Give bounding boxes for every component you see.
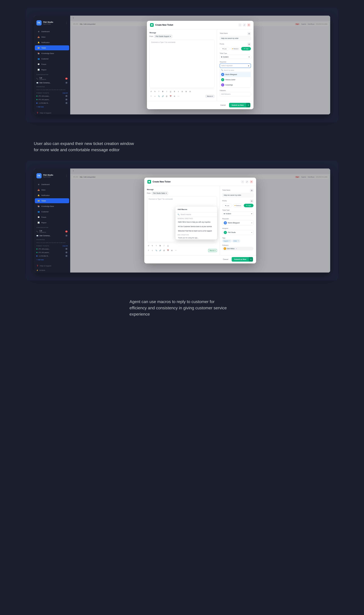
- sidebar-item-forum[interactable]: 💬 Forum: [35, 62, 69, 67]
- macros-item-0[interactable]: Hello! We're here to help you with any i…: [176, 220, 217, 224]
- submit-button[interactable]: Submit as New: [229, 103, 246, 107]
- tag-remove-order[interactable]: ✕: [238, 240, 239, 242]
- sidebar-item-ticket-2[interactable]: 🎫 Ticket: [35, 198, 69, 203]
- list-button[interactable]: ≡: [177, 90, 180, 93]
- redo-button[interactable]: ↻: [153, 90, 156, 93]
- sidebar-item-inbox[interactable]: 📥 Inbox: [35, 34, 69, 39]
- calendar-button-2[interactable]: 📅: [166, 249, 169, 252]
- ordered-list-button[interactable]: ⊟: [181, 90, 184, 93]
- undo-button-2[interactable]: ↺: [147, 244, 150, 247]
- follower-remove[interactable]: ✕: [236, 248, 237, 249]
- priority-high-button[interactable]: ★ High: [241, 47, 251, 51]
- sidebar-item-notification-2[interactable]: 🔔 Notification: [35, 193, 69, 198]
- text-icon-btn[interactable]: T: [150, 95, 153, 98]
- conversation-call-2[interactable]: 📞 Call 123345678... 1: [34, 229, 70, 234]
- expand-button[interactable]: ⤢: [243, 23, 246, 26]
- attach-button-2[interactable]: 📎: [155, 249, 158, 252]
- undo-button[interactable]: ↺: [150, 90, 153, 93]
- calendar-button[interactable]: 📅: [169, 95, 172, 98]
- sidebar-item-report[interactable]: 📊 Report: [35, 67, 69, 72]
- help-support-2[interactable]: ❓ Help & Support: [36, 264, 68, 268]
- from-selector-2[interactable]: Fikri Studio Sales ▾: [152, 192, 168, 195]
- cancel-button[interactable]: Cancel: [218, 103, 228, 107]
- pinned-tc191-2[interactable]: #TC-191 payme... 0: [34, 251, 70, 254]
- sidebar-item-kb-2[interactable]: 📚 Knowledge Base: [35, 204, 69, 209]
- priority-low-button[interactable]: Low: [220, 47, 229, 51]
- bold-button-2[interactable]: B: [159, 244, 162, 247]
- sidebar-item-report-2[interactable]: 📊 Report: [35, 220, 69, 225]
- priority-low-button-2[interactable]: Low: [222, 204, 232, 207]
- unpin-all-2[interactable]: Unpin All: [63, 245, 68, 247]
- italic-button-2[interactable]: I: [162, 244, 166, 247]
- table-button[interactable]: ⊞: [173, 95, 176, 98]
- underline-button-2[interactable]: U: [166, 244, 169, 247]
- ticket-settings-button-2[interactable]: ⚙: [250, 189, 254, 192]
- sidebar-item-customer-2[interactable]: 👥 Customer: [35, 209, 69, 214]
- bold-button[interactable]: B: [161, 90, 164, 93]
- minimize-button-2[interactable]: −: [241, 180, 244, 183]
- requester-selector[interactable]: Select requester ▲: [220, 64, 251, 68]
- mention-button[interactable]: @: [165, 95, 168, 98]
- more-button-2[interactable]: ⋯: [174, 249, 177, 252]
- help-support-item[interactable]: ❓ Help & Support: [36, 111, 68, 114]
- attach-button[interactable]: 📎: [157, 95, 160, 98]
- sidebar-item-forum-2[interactable]: 💬 Forum: [35, 215, 69, 220]
- sidebar-item-ticket[interactable]: 🎫 Ticket: [35, 45, 69, 50]
- more-button[interactable]: ⋯: [177, 95, 180, 98]
- expand-button-2[interactable]: ⤢: [246, 180, 248, 183]
- requester-canavinga[interactable]: C Canavinga: [220, 82, 251, 88]
- underline-button[interactable]: U: [169, 90, 172, 93]
- close-button-2[interactable]: ✕: [250, 180, 253, 183]
- pinned-phone[interactable]: +1 678-908-78... 0: [34, 101, 70, 105]
- priority-settings-button[interactable]: ⚙: [247, 42, 251, 46]
- sidebar-item-customer[interactable]: 👥 Customer: [35, 56, 69, 61]
- unpin-all-link[interactable]: Unpin All: [63, 92, 68, 94]
- mention-button-2[interactable]: @: [162, 249, 166, 252]
- sidebar-item-inbox-2[interactable]: 📥 Inbox: [35, 187, 69, 192]
- emoji-button[interactable]: ☺: [153, 95, 156, 98]
- redo-button-2[interactable]: ↻: [151, 244, 154, 247]
- ticket-type-selector[interactable]: Incident ▾: [220, 55, 251, 59]
- conversation-side[interactable]: ✉️ Side Conversa... 0: [34, 81, 70, 85]
- sidebar-menu-dots[interactable]: ⋮: [65, 21, 68, 24]
- macros-button[interactable]: Macros ▾: [206, 95, 214, 98]
- pinned-phone-2[interactable]: +1 678-908-78... 0: [34, 254, 70, 258]
- assignee-selector[interactable]: F Fikri Studio ▾: [222, 230, 254, 235]
- macros-item-1[interactable]: Hi! Our Customer Service team is at your…: [176, 224, 217, 229]
- message-editor[interactable]: Comment or Type '/' for commands: [150, 40, 214, 88]
- add-new-link[interactable]: + Add new: [36, 106, 44, 108]
- ticket-settings-button[interactable]: ⚙: [247, 32, 251, 36]
- link-button[interactable]: 🔗: [161, 95, 164, 98]
- priority-medium-button-2[interactable]: Medium: [233, 204, 243, 207]
- sidebar-item-dashboard-2[interactable]: ⊞ Dashboard: [35, 182, 69, 187]
- from-selector[interactable]: Fikri Studio Support ▾: [154, 35, 172, 38]
- add-new-2[interactable]: + Add new: [36, 259, 44, 261]
- emoji-button-2[interactable]: ☺: [151, 249, 154, 252]
- submit-button-2[interactable]: Submit as New: [232, 257, 249, 262]
- priority-high-button-2[interactable]: ★ High: [244, 204, 254, 207]
- conversation-side-2[interactable]: ✉️ Side Conversa... 0: [34, 234, 70, 237]
- table-button-2[interactable]: ⊞: [170, 249, 173, 252]
- close-button[interactable]: ✕: [247, 23, 250, 26]
- requester-vinicius[interactable]: V Vinicius Junior: [220, 77, 251, 82]
- ticket-name-input-2[interactable]: Help me cancel my order.: [222, 193, 254, 197]
- macros-item-2[interactable]: Welcome! Feel free to reach out to us fo…: [176, 229, 217, 233]
- strikethrough-button[interactable]: S: [173, 90, 176, 93]
- sidebar-item-notification[interactable]: 🔔 Notification: [35, 40, 69, 45]
- submit-arrow-button[interactable]: ▾: [246, 103, 250, 107]
- submit-arrow-button-2[interactable]: ▾: [249, 257, 253, 262]
- macros-item-ask[interactable]: Thank you for using the app...: [176, 236, 217, 239]
- link-button-2[interactable]: 🔗: [159, 249, 162, 252]
- conversation-call[interactable]: 📞 Call 123345678... 1: [34, 76, 70, 81]
- sidebar-item-dashboard[interactable]: ⊞ Dashboard: [35, 29, 69, 34]
- minimize-button[interactable]: −: [238, 23, 242, 26]
- macros-button-2[interactable]: Macros ▾: [208, 249, 217, 252]
- format-btn-2[interactable]: T: [155, 244, 158, 247]
- pinned-tc191[interactable]: #TC-191 payme... 0: [34, 98, 70, 101]
- requester-selector-2[interactable]: M Martin Ødegaard ▾: [222, 220, 254, 225]
- priority-settings-button-2[interactable]: ⚙: [250, 199, 254, 203]
- pinned-tc192[interactable]: #TC-192 produc... 0: [34, 94, 70, 98]
- indent-button[interactable]: ⊞: [185, 90, 188, 93]
- requester-martin[interactable]: M Martin Ødegaard: [220, 72, 251, 77]
- text-icon-btn-2[interactable]: T: [147, 249, 150, 252]
